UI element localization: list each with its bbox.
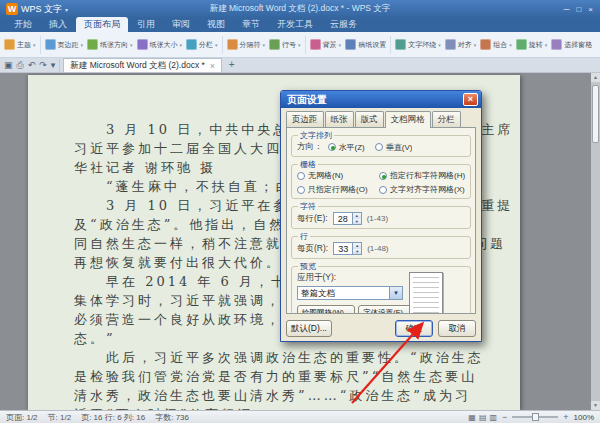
statusbar: 页面: 1/2节: 1/2页: 16 行: 6 列: 16字数: 736 ▦▤▥…: [0, 410, 600, 423]
tab-页面布局[interactable]: 页面布局: [76, 17, 128, 32]
ribbon-button-paper-orientation[interactable]: 纸张方向▾: [87, 39, 133, 50]
ribbon-button-label: 稿纸设置: [358, 40, 386, 50]
cancel-button[interactable]: 取消: [438, 320, 476, 337]
spin-down-icon[interactable]: ▼: [353, 249, 361, 255]
dialog-titlebar[interactable]: 页面设置 ×: [281, 91, 481, 108]
radio-grid[interactable]: 文字对齐字符网格(X): [379, 184, 465, 195]
page-view-icon[interactable]: ▦: [468, 413, 476, 422]
ribbon-button-label: 纸张方向: [100, 40, 128, 50]
line-numbers-icon: [269, 39, 280, 50]
vertical-scrollbar[interactable]: ▲ ▼: [591, 73, 600, 410]
tab-审阅[interactable]: 审阅: [164, 17, 198, 32]
tab-章节[interactable]: 章节: [234, 17, 268, 32]
dialog-buttons: 默认(D)... 确定 取消: [286, 320, 476, 337]
dialog-tab-分栏[interactable]: 分栏: [432, 111, 461, 127]
ribbon-separator: [40, 36, 41, 54]
ribbon-tab-strip: 开始插入页面布局引用审阅视图章节开发工具云服务: [0, 18, 600, 32]
radio-grid[interactable]: 只指定行网格(O): [297, 184, 377, 195]
ribbon-button-line-numbers[interactable]: 行号▾: [269, 39, 301, 50]
chevron-down-icon: ▾: [509, 42, 512, 48]
zoom-slider[interactable]: [512, 416, 558, 418]
dialog-tab-页边距[interactable]: 页边距: [286, 111, 324, 127]
ribbon-button-paper-size[interactable]: 纸张大小▾: [137, 39, 183, 50]
chevron-down-icon[interactable]: ▾: [51, 59, 56, 72]
lines-per-page-stepper[interactable]: 33 ▲ ▼: [333, 242, 362, 255]
default-button[interactable]: 默认(D)...: [286, 320, 332, 337]
ribbon-button-selection-pane[interactable]: 选择窗格: [551, 39, 592, 50]
tab-云服务[interactable]: 云服务: [322, 17, 365, 32]
dialog-tab-版式[interactable]: 版式: [355, 111, 384, 127]
dialog-tabs: 页边距纸张版式文档网格分栏: [286, 111, 476, 127]
document-text-line: 是检验我们管党治党是否有力的重要标尺”“自然生态要山: [74, 367, 514, 386]
radio-label: 文字对齐字符网格(X): [390, 184, 465, 195]
page-setup-dialog: 页面设置 × 页边距纸张版式文档网格分栏 文字排列 方向： 水平(Z)垂直(V)…: [280, 90, 482, 342]
radio-icon: [297, 172, 305, 180]
dialog-tab-文档网格[interactable]: 文档网格: [385, 111, 431, 128]
drawing-grid-button[interactable]: 绘图网格(W)...: [297, 305, 355, 314]
tab-引用[interactable]: 引用: [129, 17, 163, 32]
preview-thumbnail: [409, 272, 443, 314]
ribbon-button-group[interactable]: 组合▾: [480, 39, 512, 50]
zoom-in-button[interactable]: +: [563, 413, 568, 422]
ribbon-button-page-background[interactable]: 背景▾: [310, 39, 342, 50]
ribbon-button-rotate[interactable]: 旋转▾: [516, 39, 548, 50]
ribbon-button-columns[interactable]: 分栏▾: [186, 39, 218, 50]
spin-down-icon[interactable]: ▼: [353, 219, 361, 225]
radio-icon: [379, 172, 387, 180]
font-settings-button[interactable]: 字体设置(F)...: [358, 305, 414, 314]
ribbon-button-grid-paper-setup[interactable]: 稿纸设置: [345, 39, 386, 50]
chevron-down-icon: ▾: [180, 42, 183, 48]
chevron-down-icon: ▾: [474, 42, 477, 48]
ribbon-button-breaks[interactable]: 分隔符▾: [227, 39, 266, 50]
wps-menu-button[interactable]: W WPS 文字 ▾: [0, 0, 74, 18]
close-tab-icon[interactable]: ×: [210, 61, 215, 71]
ribbon-button-theme[interactable]: 主题▾: [4, 39, 36, 50]
text-flow-group-label: 文字排列: [298, 130, 334, 141]
print-icon[interactable]: ⎙: [17, 59, 24, 72]
dialog-panel: 文字排列 方向： 水平(Z)垂直(V) 栅格 无网格(N)指定行和字符网格(H)…: [286, 127, 476, 314]
radio-label: 垂直(V): [386, 142, 413, 153]
web-view-icon[interactable]: ▥: [489, 413, 497, 422]
radio-direction[interactable]: 水平(Z): [328, 142, 365, 153]
ribbon-button-page-margins[interactable]: 页边距▾: [45, 39, 84, 50]
chevron-down-icon: ▾: [33, 42, 36, 48]
zoom-slider-knob[interactable]: [532, 413, 539, 421]
grid-options: 无网格(N)指定行和字符网格(H)只指定行网格(O)文字对齐字符网格(X): [297, 170, 465, 195]
zoom-out-button[interactable]: −: [502, 413, 507, 422]
scrollbar-thumb[interactable]: [592, 85, 599, 143]
dialog-tab-纸张[interactable]: 纸张: [325, 111, 354, 127]
align-icon: [445, 39, 456, 50]
undo-icon[interactable]: ↶: [28, 59, 36, 72]
scroll-up-icon[interactable]: ▲: [591, 73, 600, 82]
radio-grid[interactable]: 无网格(N): [297, 170, 377, 181]
radio-grid[interactable]: 指定行和字符网格(H): [379, 170, 465, 181]
document-tab[interactable]: 新建 Microsoft Word 文档 (2).docx * ×: [63, 58, 222, 72]
ok-button[interactable]: 确定: [395, 320, 433, 337]
chevron-down-icon: ▾: [65, 6, 68, 13]
save-icon[interactable]: ▣: [4, 59, 13, 72]
radio-direction[interactable]: 垂直(V): [375, 142, 413, 153]
new-tab-button[interactable]: +: [225, 59, 238, 72]
preview-page-lines: [413, 277, 439, 314]
minimize-icon[interactable]: ─: [564, 5, 570, 14]
dialog-close-button[interactable]: ×: [463, 93, 478, 106]
apply-to-label: 应用于(Y):: [297, 272, 403, 284]
scroll-down-icon[interactable]: ▼: [591, 401, 600, 410]
lines-per-page-value: 33: [334, 243, 352, 254]
apply-to-select[interactable]: 整篇文档 ▼: [297, 286, 403, 300]
tab-开始[interactable]: 开始: [6, 17, 40, 32]
ribbon-button-label: 旋转: [529, 40, 543, 50]
tab-视图[interactable]: 视图: [199, 17, 233, 32]
chars-group-label: 字符: [298, 201, 318, 212]
maximize-icon[interactable]: □: [576, 5, 581, 14]
statusbar-item: 页面: 1/2: [6, 412, 38, 423]
ribbon-button-text-wrapping[interactable]: 文字环绕▾: [395, 39, 441, 50]
chevron-down-icon: ▾: [545, 42, 548, 48]
chars-per-line-stepper[interactable]: 28 ▲ ▼: [333, 212, 362, 225]
ribbon-button-align[interactable]: 对齐▾: [445, 39, 477, 50]
tab-插入[interactable]: 插入: [41, 17, 75, 32]
redo-icon[interactable]: ↷: [39, 59, 47, 72]
outline-view-icon[interactable]: ▤: [479, 413, 487, 422]
close-icon[interactable]: ×: [588, 5, 593, 14]
tab-开发工具[interactable]: 开发工具: [269, 17, 321, 32]
